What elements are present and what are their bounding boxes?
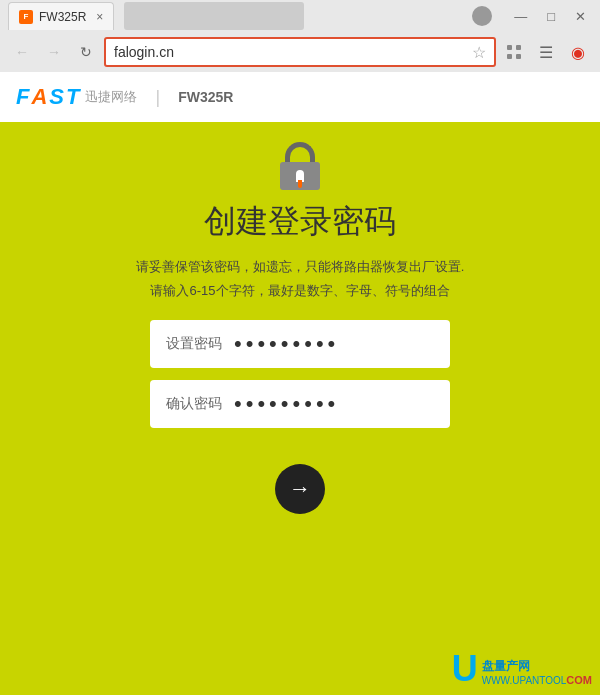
tab-strip: F FW325R × <box>8 2 472 30</box>
logo-s: S <box>49 84 64 110</box>
svg-rect-2 <box>507 54 512 59</box>
watermark-text: 盘量产网 WWW.UPANTOOLCOM <box>482 659 592 687</box>
refresh-button[interactable]: ↻ <box>72 38 100 66</box>
content-area: 创建登录密码 请妥善保管该密码，如遗忘，只能将路由器恢复出厂设置. 请输入6-1… <box>0 122 600 695</box>
browser-tab[interactable]: F FW325R × <box>8 2 114 30</box>
page-title: 创建登录密码 <box>204 200 396 244</box>
logo-divider: | <box>155 87 160 108</box>
toolbar-right: ☰ ◉ <box>500 38 592 66</box>
address-bar: ← → ↻ ☆ ☰ ◉ <box>0 32 600 72</box>
svg-rect-3 <box>516 54 521 59</box>
extensions-icon[interactable] <box>500 38 528 66</box>
logo-a: A <box>31 84 47 110</box>
svg-rect-0 <box>507 45 512 50</box>
maximize-button[interactable]: □ <box>541 7 561 26</box>
address-input[interactable] <box>114 44 472 60</box>
lock-keyhole <box>296 170 304 182</box>
submit-button-wrap: → <box>275 464 325 514</box>
watermark-com: COM <box>566 674 592 686</box>
confirm-password-dots: ••••••••• <box>234 391 339 417</box>
tab-title: FW325R <box>39 10 86 24</box>
logo-model: FW325R <box>178 89 233 105</box>
logo-f: F <box>16 84 29 110</box>
bookmark-star-icon[interactable]: ☆ <box>472 43 486 62</box>
minimize-button[interactable]: — <box>508 7 533 26</box>
watermark-line1: 盘量产网 <box>482 659 592 673</box>
close-button[interactable]: ✕ <box>569 7 592 26</box>
logo-bar: F A S T 迅捷网络 | FW325R <box>0 72 600 122</box>
page-desc1: 请妥善保管该密码，如遗忘，只能将路由器恢复出厂设置. <box>136 258 465 276</box>
submit-button[interactable]: → <box>275 464 325 514</box>
watermark: U 盘量产网 WWW.UPANTOOLCOM <box>452 651 592 687</box>
confirm-password-field[interactable]: 确认密码 ••••••••• <box>150 380 450 428</box>
page-desc2: 请输入6-15个字符，最好是数字、字母、符号的组合 <box>150 282 449 300</box>
tab-favicon: F <box>19 10 33 24</box>
set-password-dots: ••••••••• <box>234 331 339 357</box>
new-tab-area <box>124 2 304 30</box>
confirm-password-field-group: 确认密码 ••••••••• <box>150 380 450 428</box>
password-field-group: 设置密码 ••••••••• <box>150 320 450 368</box>
user-avatar <box>472 6 492 26</box>
tab-close-button[interactable]: × <box>96 10 103 24</box>
title-bar: F FW325R × — □ ✕ <box>0 0 600 32</box>
arrow-right-icon: → <box>289 476 311 502</box>
set-password-label: 设置密码 <box>166 335 222 353</box>
lock-shackle <box>285 142 315 162</box>
watermark-u-letter: U <box>452 651 478 687</box>
confirm-password-label: 确认密码 <box>166 395 222 413</box>
forward-button[interactable]: → <box>40 38 68 66</box>
fast-logo: F A S T 迅捷网络 <box>16 84 137 110</box>
watermark-url: WWW.UPANTOOL <box>482 675 567 686</box>
back-button[interactable]: ← <box>8 38 36 66</box>
logo-subtitle: 迅捷网络 <box>85 88 137 106</box>
svg-rect-1 <box>516 45 521 50</box>
window-controls: — □ ✕ <box>472 6 592 26</box>
set-password-field[interactable]: 设置密码 ••••••••• <box>150 320 450 368</box>
lock-body <box>280 162 320 190</box>
action-icon[interactable]: ◉ <box>564 38 592 66</box>
lock-icon <box>280 142 320 190</box>
lock-pin <box>298 180 302 188</box>
address-input-wrap[interactable]: ☆ <box>104 37 496 67</box>
settings-menu-icon[interactable]: ☰ <box>532 38 560 66</box>
logo-t: T <box>66 84 79 110</box>
watermark-line2: WWW.UPANTOOLCOM <box>482 674 592 687</box>
browser-body: F A S T 迅捷网络 | FW325R 创建登录密码 <box>0 72 600 695</box>
